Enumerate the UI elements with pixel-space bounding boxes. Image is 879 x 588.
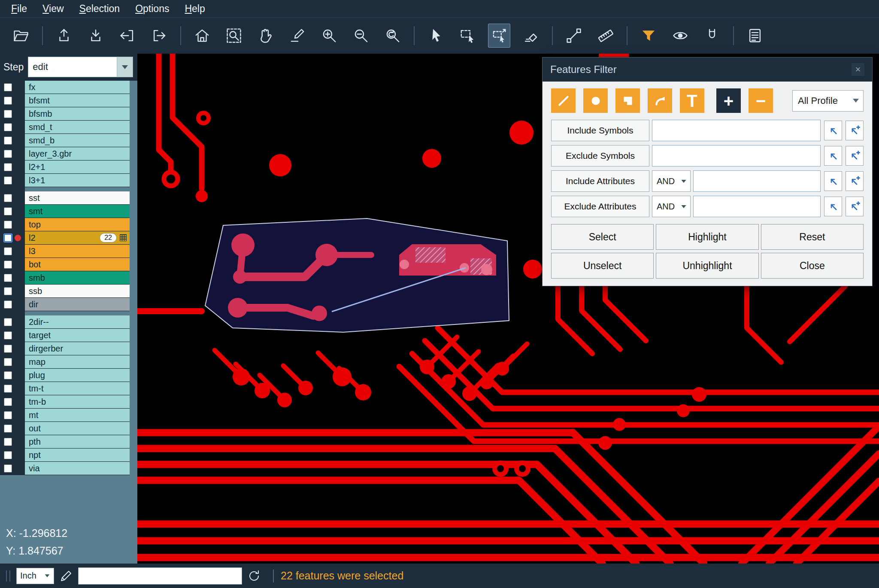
text-tool-button[interactable]: T [680,88,704,113]
add-filter-button[interactable]: + [716,88,741,113]
remove-filter-button[interactable]: − [749,88,773,113]
home-view-button[interactable] [191,24,213,48]
exclude-attributes-pick-arrow-button[interactable] [824,197,842,216]
layer-visibility-checkbox[interactable] [4,345,12,353]
layer-name[interactable]: bot [25,258,130,271]
select-rectangle-button[interactable] [456,24,479,48]
layer-visibility-checkbox[interactable] [4,97,12,105]
surface-tool-button[interactable] [615,88,640,113]
layer-visibility-checkbox[interactable] [4,123,12,131]
layer-visibility-checkbox[interactable] [4,287,12,295]
layer-visibility-checkbox[interactable] [4,424,12,433]
clear-selection-button[interactable] [520,24,542,48]
exclude-symbols-pick-arrow-add-button[interactable] [846,146,864,166]
layer-name[interactable]: dirgerber [25,342,130,355]
layer-visibility-checkbox[interactable] [4,136,12,145]
layer-name[interactable]: l222 [25,231,130,245]
zoom-fit-button[interactable] [223,24,245,48]
menu-options[interactable]: Options [127,3,177,15]
layer-visibility-checkbox[interactable] [4,83,12,91]
zoom-out-button[interactable] [350,24,372,48]
layer-name[interactable]: mt [25,409,130,422]
step-combo[interactable]: edit [28,57,133,77]
layer-name[interactable]: out [25,422,130,435]
download-button[interactable] [85,24,107,48]
layer-name[interactable]: smt [25,205,130,218]
include-attributes-operator-select[interactable]: AND [652,170,691,192]
include-attributes-pick-arrow-button[interactable] [824,171,842,191]
menu-view[interactable]: View [35,3,71,15]
layer-name[interactable]: via [25,462,130,475]
layer-visibility-checkbox[interactable] [4,451,12,459]
exclude-attributes-operator-select[interactable]: AND [652,196,691,217]
layer-visibility-checkbox[interactable] [4,261,12,269]
open-button[interactable] [10,24,32,48]
export-button[interactable] [148,24,170,48]
layer-name[interactable]: top [25,218,130,231]
layer-name[interactable]: map [25,355,130,369]
zoom-in-button[interactable] [318,24,340,48]
layer-visibility-checkbox[interactable] [4,150,12,158]
exclude-symbols-input[interactable] [652,145,821,167]
layer-name[interactable]: npt [25,449,130,462]
menu-file[interactable]: File [3,3,35,15]
pan-button[interactable] [255,24,277,48]
highlight-button[interactable]: Highlight [656,224,758,250]
reset-button[interactable]: Reset [761,224,864,250]
unselect-button[interactable]: Unselect [551,253,654,279]
layer-visibility-checkbox[interactable] [4,331,12,339]
layer-visibility-checkbox[interactable] [4,221,12,229]
layer-visibility-checkbox[interactable] [4,411,12,419]
pad-tool-button[interactable] [583,88,608,113]
layer-name[interactable]: ssb [25,285,130,298]
layer-name[interactable]: dir [25,298,130,311]
import-button[interactable] [116,24,139,48]
layer-visibility-checkbox[interactable] [4,247,12,255]
layer-visibility-checkbox[interactable] [4,438,12,446]
include-symbols-input[interactable] [652,120,821,141]
layer-name[interactable]: smd_b [25,134,130,147]
zoom-area-button[interactable] [286,24,309,48]
layer-name[interactable]: layer_3.gbr [25,147,130,161]
layer-name[interactable]: l2+1 [25,161,130,174]
ruler-button[interactable] [594,24,617,48]
menu-selection[interactable]: Selection [72,3,128,15]
view-options-button[interactable] [669,24,691,48]
layer-name[interactable]: bfsmt [25,94,130,107]
layer-name[interactable]: l3+1 [25,174,130,187]
layer-visibility-checkbox[interactable] [4,371,12,379]
unhighlight-button[interactable]: Unhighlight [656,253,758,279]
exclude-attributes-pick-arrow-add-button[interactable] [846,197,864,216]
layer-visibility-checkbox[interactable] [4,358,12,366]
layer-visibility-checkbox[interactable] [4,176,12,185]
layer-name[interactable]: pth [25,435,130,449]
upload-button[interactable] [53,24,75,48]
layer-name[interactable]: plug [25,369,130,382]
notes-button[interactable] [744,24,766,48]
layer-visibility-checkbox[interactable] [4,464,12,473]
layer-visibility-checkbox[interactable] [4,234,12,242]
pencil-icon[interactable] [59,569,73,583]
layer-visibility-checkbox[interactable] [4,194,12,202]
arc-tool-button[interactable] [648,88,672,113]
menu-help[interactable]: Help [177,3,212,15]
layer-name[interactable]: smb [25,271,130,285]
close-icon[interactable]: × [852,63,864,76]
include-attributes-input[interactable] [693,170,821,192]
measure-line-button[interactable] [563,24,585,48]
include-symbols-pick-arrow-button[interactable] [824,121,842,140]
layer-name[interactable]: tm-t [25,382,130,395]
exclude-attributes-input[interactable] [693,196,821,217]
select-pointer-button[interactable] [424,24,447,48]
selection-region[interactable] [205,218,509,332]
close-button[interactable]: Close [761,253,864,279]
layer-visibility-checkbox[interactable] [4,398,12,406]
layer-name[interactable]: sst [25,191,130,205]
layer-visibility-checkbox[interactable] [4,163,12,171]
layer-name[interactable]: fx [25,81,130,94]
command-input[interactable] [78,567,242,585]
layer-visibility-checkbox[interactable] [4,300,12,309]
layer-visibility-checkbox[interactable] [4,110,12,118]
select-button[interactable]: Select [551,224,654,250]
layer-visibility-checkbox[interactable] [4,385,12,393]
